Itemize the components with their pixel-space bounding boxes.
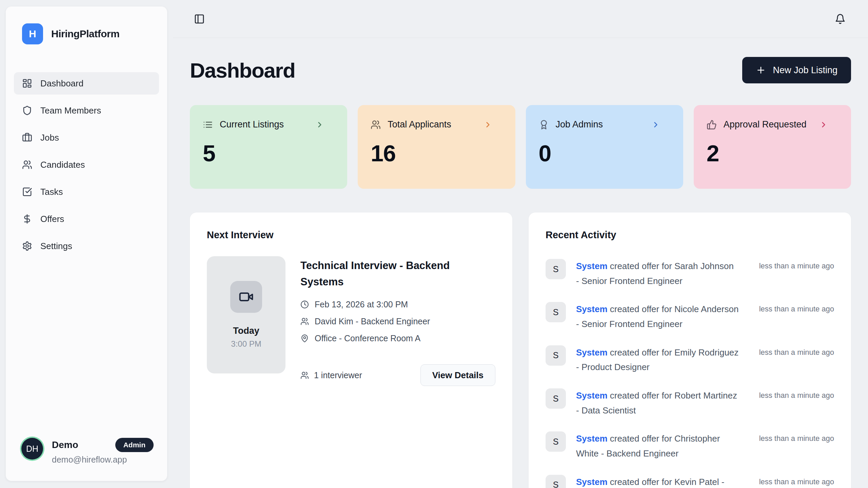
sidebar-item-dashboard[interactable]: Dashboard bbox=[14, 72, 159, 95]
activity-actor-link[interactable]: System bbox=[576, 433, 608, 444]
activity-actor-link[interactable]: System bbox=[576, 477, 608, 487]
interviewer-count: 1 interviewer bbox=[300, 370, 362, 380]
sidebar-item-label: Team Members bbox=[40, 105, 101, 116]
briefcase-icon bbox=[22, 133, 32, 143]
activity-avatar: S bbox=[546, 388, 566, 409]
activity-item: S System created offer for Christopher W… bbox=[546, 431, 834, 461]
interview-person-row: David Kim - Backend Engineer bbox=[300, 317, 495, 326]
activity-item: S System created offer for Robert Martin… bbox=[546, 388, 834, 418]
user-name: Demo bbox=[52, 440, 78, 450]
chevron-right-icon bbox=[315, 120, 324, 129]
sidebar-item-tasks[interactable]: Tasks bbox=[14, 181, 159, 203]
sidebar-item-label: Jobs bbox=[40, 133, 59, 143]
interview-title: Technical Interview - Backend Systems bbox=[300, 258, 470, 290]
activity-timestamp: less than a minute ago bbox=[759, 302, 834, 313]
activity-item: S System created offer for Nicole Anders… bbox=[546, 302, 834, 331]
activity-list: S System created offer for Sarah Johnson… bbox=[546, 259, 834, 488]
sidebar-item-offers[interactable]: Offers bbox=[14, 208, 159, 230]
thumbs-up-icon bbox=[707, 120, 717, 130]
dollar-icon bbox=[22, 214, 32, 224]
stat-label: Job Admins bbox=[556, 119, 645, 130]
sidebar-toggle-button[interactable] bbox=[194, 14, 205, 24]
stat-label: Total Applicants bbox=[388, 119, 476, 130]
stat-value: 0 bbox=[539, 140, 670, 166]
new-job-listing-button[interactable]: New Job Listing bbox=[742, 57, 851, 83]
avatar: DH bbox=[21, 438, 43, 460]
activity-item: S System created offer for Sarah Johnson… bbox=[546, 259, 834, 288]
main-area: Dashboard New Job Listing Current Listin… bbox=[173, 0, 868, 488]
interview-location-row: Office - Conference Room A bbox=[300, 333, 495, 343]
sidebar-item-label: Dashboard bbox=[40, 78, 83, 89]
stat-card-total-applicants[interactable]: Total Applicants 16 bbox=[358, 105, 515, 189]
interview-datetime-row: Feb 13, 2026 at 3:00 PM bbox=[300, 300, 495, 309]
activity-timestamp: less than a minute ago bbox=[759, 345, 834, 357]
sidebar: H HiringPlatform Dashboard Team Members … bbox=[5, 6, 167, 481]
stat-cards: Current Listings 5 Total Applicants 16 J… bbox=[190, 105, 851, 189]
users-icon bbox=[300, 371, 309, 380]
stat-value: 16 bbox=[371, 140, 502, 166]
brand-name: HiringPlatform bbox=[51, 28, 119, 40]
user-email: demo@hireflow.app bbox=[52, 455, 154, 465]
stat-label: Current Listings bbox=[220, 119, 309, 130]
bell-icon bbox=[835, 14, 846, 24]
stat-card-current-listings[interactable]: Current Listings 5 bbox=[190, 105, 347, 189]
users-icon bbox=[22, 160, 32, 170]
clock-icon bbox=[300, 300, 309, 309]
stat-card-approval-requested[interactable]: Approval Requested 2 bbox=[694, 105, 851, 189]
video-camera-icon bbox=[239, 289, 254, 304]
stat-value: 2 bbox=[707, 140, 838, 166]
shield-icon bbox=[22, 105, 32, 116]
chevron-right-icon bbox=[484, 120, 492, 129]
chevron-right-icon bbox=[651, 120, 660, 129]
sidebar-nav: Dashboard Team Members Jobs Candidates T… bbox=[6, 72, 167, 257]
view-details-button[interactable]: View Details bbox=[420, 364, 495, 386]
check-square-icon bbox=[22, 187, 32, 197]
sidebar-item-label: Offers bbox=[40, 214, 64, 224]
sidebar-item-label: Tasks bbox=[40, 187, 63, 197]
activity-actor-link[interactable]: System bbox=[576, 390, 608, 401]
interview-date-tile: Today 3:00 PM bbox=[207, 256, 285, 373]
activity-timestamp: less than a minute ago bbox=[759, 431, 834, 443]
interview-day-label: Today bbox=[233, 326, 259, 336]
sidebar-item-jobs[interactable]: Jobs bbox=[14, 126, 159, 149]
next-interview-panel: Next Interview Today 3:00 PM Technical I… bbox=[190, 212, 512, 488]
activity-actor-link[interactable]: System bbox=[576, 261, 608, 271]
page-title: Dashboard bbox=[190, 58, 295, 82]
activity-timestamp: less than a minute ago bbox=[759, 259, 834, 270]
role-badge: Admin bbox=[115, 438, 154, 452]
interview-time-label: 3:00 PM bbox=[231, 339, 261, 349]
activity-avatar: S bbox=[546, 302, 566, 322]
sidebar-item-label: Settings bbox=[40, 241, 72, 251]
chevron-right-icon bbox=[819, 120, 828, 129]
stat-value: 5 bbox=[203, 140, 334, 166]
award-icon bbox=[539, 120, 549, 130]
sidebar-item-label: Candidates bbox=[40, 160, 85, 170]
stat-card-job-admins[interactable]: Job Admins 0 bbox=[526, 105, 683, 189]
users-icon bbox=[371, 120, 381, 130]
activity-item: S System created offer for Kevin Patel -… bbox=[546, 475, 834, 488]
sidebar-item-candidates[interactable]: Candidates bbox=[14, 154, 159, 176]
next-interview-title: Next Interview bbox=[207, 229, 495, 241]
gear-icon bbox=[22, 241, 32, 251]
notifications-button[interactable] bbox=[835, 14, 846, 24]
sidebar-user[interactable]: DH Demo Admin demo@hireflow.app bbox=[6, 424, 167, 481]
activity-avatar: S bbox=[546, 345, 566, 366]
recent-activity-title: Recent Activity bbox=[546, 229, 834, 241]
sidebar-item-settings[interactable]: Settings bbox=[14, 235, 159, 257]
panels: Next Interview Today 3:00 PM Technical I… bbox=[190, 212, 851, 488]
dashboard-grid-icon bbox=[22, 78, 32, 88]
topbar bbox=[173, 0, 868, 38]
stat-label: Approval Requested bbox=[724, 119, 812, 130]
users-icon bbox=[300, 317, 309, 326]
activity-actor-link[interactable]: System bbox=[576, 347, 608, 358]
brand: H HiringPlatform bbox=[6, 6, 167, 44]
activity-timestamp: less than a minute ago bbox=[759, 475, 834, 486]
content: Dashboard New Job Listing Current Listin… bbox=[173, 38, 868, 488]
plus-icon bbox=[756, 65, 766, 75]
sidebar-item-team-members[interactable]: Team Members bbox=[14, 99, 159, 122]
activity-actor-link[interactable]: System bbox=[576, 304, 608, 314]
list-icon bbox=[203, 120, 213, 130]
map-pin-icon bbox=[300, 334, 309, 343]
activity-item: S System created offer for Emily Rodrigu… bbox=[546, 345, 834, 375]
activity-avatar: S bbox=[546, 475, 566, 488]
